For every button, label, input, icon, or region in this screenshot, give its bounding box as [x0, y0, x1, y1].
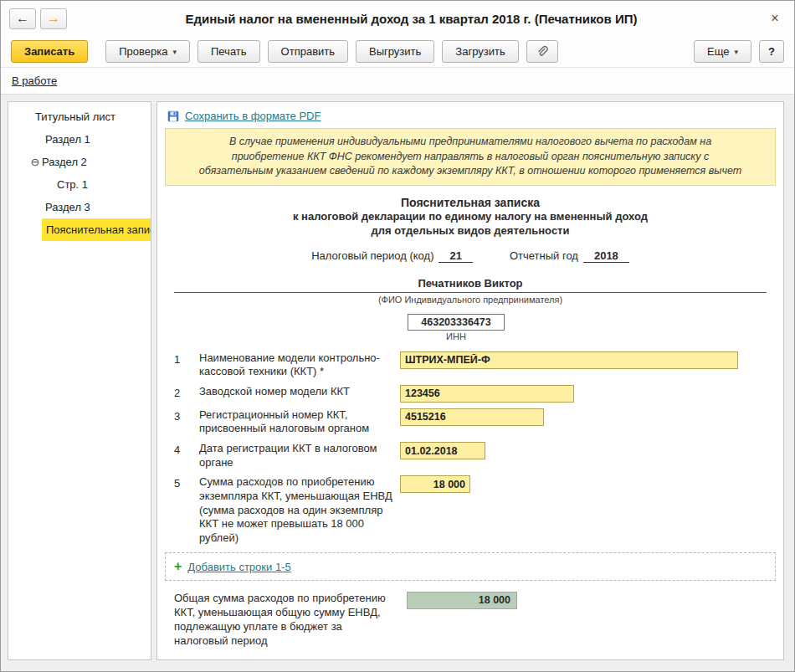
chevron-down-icon: ▾	[172, 48, 177, 56]
kkt-expense-amount-input[interactable]	[400, 475, 470, 493]
sidebar-item-label: Раздел 2	[42, 156, 87, 168]
kkt-serial-number-label: Заводской номер модели ККТ	[199, 385, 400, 399]
paperclip-icon	[536, 45, 548, 58]
period-row: Налоговый период (код) 21 Отчетный год 2…	[157, 249, 783, 263]
export-button-label: Выгрузить	[369, 45, 421, 58]
entrepreneur-name: Печатников Виктор	[157, 277, 783, 290]
sidebar-item-label: Раздел 3	[45, 201, 90, 213]
back-button[interactable]: ←	[9, 8, 36, 29]
back-arrow-icon: ←	[16, 11, 29, 26]
form-content-panel: Сохранить в формате PDF В случае примене…	[156, 101, 784, 660]
total-expenses-field[interactable]: 18 000	[407, 592, 517, 609]
kkt-registration-number-label: Регистрационный номер ККТ, присвоенный н…	[199, 408, 400, 436]
form-row-5: 5 Сумма расходов по приобретению экземпл…	[174, 475, 783, 545]
sidebar-item-title-page[interactable]: Титульный лист	[8, 105, 151, 128]
add-rows-area: + Добавить строки 1-5	[165, 552, 776, 581]
kkt-serial-number-input[interactable]	[400, 385, 574, 403]
import-button[interactable]: Загрузить	[442, 40, 518, 63]
title-bar: ← → Единый налог на вмененный доход за 1…	[1, 1, 794, 36]
total-expenses-label: Общая сумма расходов по приобретению ККТ…	[174, 592, 407, 649]
row-number: 1	[174, 351, 199, 366]
form-row-4: 4 Дата регистрации ККТ в налоговом орган…	[174, 442, 783, 469]
send-button-label: Отправить	[281, 45, 335, 58]
form-row-3: 3 Регистрационный номер ККТ, присвоенный…	[174, 408, 783, 436]
sidebar-item-section-2[interactable]: ⊖ Раздел 2	[8, 151, 151, 173]
forward-arrow-icon: →	[47, 11, 60, 26]
document-subtitle-2: для отдельных видов деятельности	[157, 223, 783, 239]
document-subtitle: к налоговой декларации по единому налогу…	[157, 209, 783, 224]
kkt-model-name-label: Наименование модели контрольно-кассовой …	[199, 351, 400, 379]
kkt-registration-date-label: Дата регистрации ККТ в налоговом органе	[199, 442, 400, 469]
toolbar: Записать Проверка ▾ Печать Отправить Выг…	[1, 36, 794, 68]
main-area: Титульный лист Раздел 1 ⊖ Раздел 2 Стр. …	[1, 101, 794, 660]
sidebar-item-explanatory-note[interactable]: Пояснительная записка	[8, 218, 151, 241]
history-nav: ← →	[9, 8, 67, 29]
attachments-button[interactable]	[526, 40, 558, 63]
collapse-icon[interactable]: ⊖	[28, 156, 42, 168]
write-button-label: Записать	[24, 45, 74, 58]
write-button[interactable]: Записать	[11, 40, 88, 63]
sidebar-item-section-3[interactable]: Раздел 3	[8, 196, 151, 218]
form-row-2: 2 Заводской номер модели ККТ	[174, 385, 783, 403]
close-button[interactable]: ×	[764, 11, 786, 26]
sidebar-item-page-1[interactable]: Стр. 1	[8, 173, 151, 196]
window-title: Единый налог на вмененный доход за 1 ква…	[67, 12, 764, 26]
sidebar-item-label: Стр. 1	[57, 178, 88, 191]
row-number: 3	[174, 408, 199, 423]
report-year-value[interactable]: 2018	[583, 249, 629, 263]
more-button[interactable]: Еще ▾	[694, 40, 751, 63]
report-year-label: Отчетный год	[510, 249, 578, 262]
chevron-down-icon: ▾	[734, 48, 738, 56]
help-button-label: ?	[768, 45, 775, 58]
sidebar-item-label: Раздел 1	[45, 133, 90, 146]
total-row: Общая сумма расходов по приобретению ККТ…	[174, 592, 783, 649]
sidebar-item-label: Титульный лист	[35, 110, 115, 123]
status-row: В работе	[1, 68, 794, 95]
inn-value-field[interactable]: 463203336473	[408, 314, 505, 331]
print-button-label: Печать	[211, 45, 247, 58]
sections-sidebar: Титульный лист Раздел 1 ⊖ Раздел 2 Стр. …	[8, 101, 151, 660]
document-title: Пояснительная записка	[157, 196, 783, 209]
save-disk-icon	[167, 110, 179, 122]
save-pdf-link[interactable]: Сохранить в формате PDF	[185, 110, 321, 122]
row-number: 2	[174, 385, 199, 399]
name-underline-rule	[174, 292, 767, 293]
application-window: { "window": { "title": "Единый налог на …	[0, 0, 795, 672]
kkt-expense-amount-label: Сумма расходов по приобретению экземпляр…	[199, 475, 400, 545]
export-button[interactable]: Выгрузить	[356, 40, 434, 63]
form-row-1: 1 Наименование модели контрольно-кассово…	[174, 351, 783, 379]
check-button-label: Проверка	[119, 45, 167, 58]
check-button[interactable]: Проверка ▾	[105, 40, 190, 63]
status-badge[interactable]: В работе	[12, 74, 57, 87]
forward-button[interactable]: →	[40, 8, 67, 29]
help-button[interactable]: ?	[759, 40, 784, 63]
fns-notice-box: В случае применения индивидуальными пред…	[165, 128, 776, 186]
more-button-label: Еще	[707, 45, 729, 58]
kkt-model-name-input[interactable]	[400, 351, 738, 369]
plus-icon: +	[174, 560, 182, 573]
print-button[interactable]: Печать	[197, 40, 260, 63]
tax-period-value[interactable]: 21	[439, 249, 472, 263]
inn-caption: ИНН	[408, 331, 505, 341]
send-button[interactable]: Отправить	[268, 40, 348, 63]
sidebar-item-section-1[interactable]: Раздел 1	[8, 128, 151, 151]
row-number: 5	[174, 475, 199, 490]
inn-block: 463203336473 ИНН	[408, 314, 505, 341]
row-number: 4	[174, 442, 199, 456]
entrepreneur-name-caption: (ФИО Индивидуального предпринимателя)	[157, 295, 783, 305]
kkt-registration-date-input[interactable]	[400, 442, 485, 459]
tax-period-label: Налоговый период (код)	[311, 249, 433, 262]
sidebar-item-label: Пояснительная записка	[42, 218, 151, 241]
import-button-label: Загрузить	[455, 45, 505, 58]
pdf-save-row: Сохранить в формате PDF	[157, 102, 783, 122]
add-rows-link[interactable]: Добавить строки 1-5	[187, 561, 290, 573]
kkt-registration-number-input[interactable]	[400, 408, 544, 426]
kkt-form-rows: 1 Наименование модели контрольно-кассово…	[157, 351, 783, 546]
